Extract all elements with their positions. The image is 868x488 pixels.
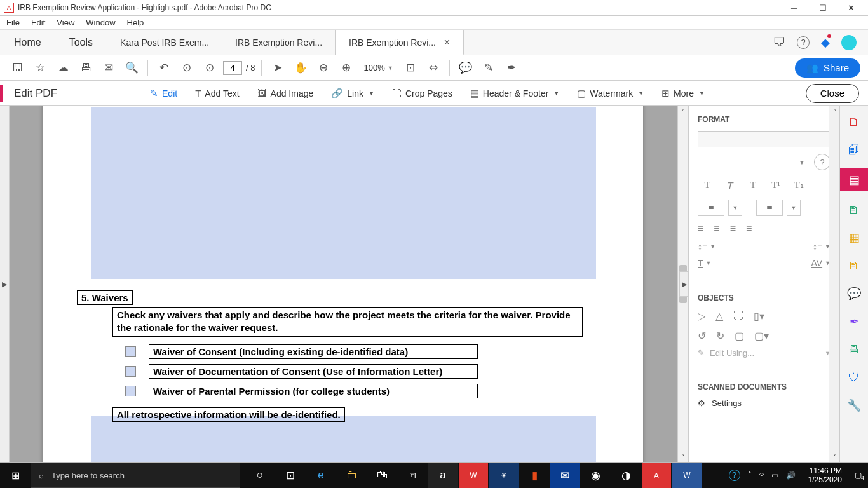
scroll-down-icon[interactable]: ˅ — [678, 451, 689, 462]
create-pdf-icon[interactable]: 🗋 — [844, 112, 864, 132]
doc-tab-1[interactable]: Kara Post IRB Exem... — [107, 30, 222, 55]
zoom-in-icon[interactable]: ⊕ — [337, 58, 356, 78]
highlight-icon[interactable]: ✎ — [479, 58, 498, 78]
office-icon[interactable]: ▮ — [520, 463, 549, 488]
start-button[interactable]: ⊞ — [0, 470, 31, 482]
bold-icon[interactable]: T — [698, 177, 717, 193]
export-pdf-icon[interactable]: 🗎 — [844, 200, 864, 219]
amazon-icon[interactable]: a — [428, 463, 458, 488]
comment-tool-icon[interactable]: 💬 — [844, 284, 864, 303]
add-image-tool[interactable]: 🖼Add Image — [250, 84, 322, 103]
sign-tool-icon[interactable]: ✒ — [844, 312, 864, 331]
edge-icon[interactable]: e — [306, 463, 336, 488]
user-avatar[interactable] — [841, 35, 857, 50]
share-button[interactable]: 👥Share — [795, 58, 860, 78]
number-list-icon[interactable]: ≣ — [756, 200, 783, 216]
character-spacing[interactable]: AV ▼ — [811, 258, 831, 268]
star-icon[interactable]: ☆ — [31, 58, 50, 78]
tab-home[interactable]: Home — [0, 30, 55, 55]
zoom-value[interactable]: 100% — [363, 63, 384, 72]
add-text-tool[interactable]: TAdd Text — [187, 84, 247, 103]
app-generic-icon[interactable]: ◑ — [611, 463, 641, 488]
hand-icon[interactable]: ✋ — [291, 58, 310, 78]
page-down-icon[interactable]: ⊙ — [200, 58, 219, 78]
align-left-icon[interactable]: ≡ — [698, 223, 703, 234]
menu-edit[interactable]: Edit — [31, 18, 45, 27]
paragraph-spacing[interactable]: ↕≡ ▼ — [813, 241, 831, 252]
font-family-select[interactable] — [698, 131, 831, 147]
task-view-icon[interactable]: ⊡ — [276, 463, 305, 488]
scroll-up-icon[interactable]: ˄ — [678, 106, 689, 117]
wifi-icon[interactable]: ⌔ — [759, 471, 764, 480]
store-icon[interactable]: 🛍 — [367, 463, 397, 488]
cloud-upload-icon[interactable]: ☁ — [53, 58, 72, 78]
doc-tab-3[interactable]: IRB Exemption Revi...✕ — [336, 30, 464, 55]
tab-tools[interactable]: Tools — [55, 30, 107, 55]
explorer-icon[interactable]: 🗀 — [337, 463, 366, 488]
pointer-icon[interactable]: ➤ — [268, 58, 287, 78]
save-icon[interactable]: 🖫 — [8, 58, 27, 78]
arrange-icon[interactable]: ▢▾ — [754, 330, 769, 342]
left-panel-handle[interactable]: ▶ — [0, 106, 10, 462]
help-tray-icon[interactable]: ? — [729, 470, 740, 481]
chrome-icon[interactable]: ◉ — [581, 463, 610, 488]
acrobat-icon[interactable]: A — [642, 463, 671, 488]
bullet-list-icon[interactable]: ≣ — [698, 200, 724, 216]
subscript-icon[interactable]: T₁ — [789, 177, 808, 193]
menu-view[interactable]: View — [57, 18, 74, 27]
scan-icon[interactable]: 🖶 — [844, 340, 864, 359]
rotate-right-icon[interactable]: ↻ — [716, 330, 724, 342]
tab-close-icon[interactable]: ✕ — [444, 37, 451, 47]
align-objects-icon[interactable]: ▯▾ — [754, 310, 764, 322]
edit-tool[interactable]: ✎Edit — [142, 84, 185, 103]
combine-files-icon[interactable]: 🗐 — [844, 140, 864, 159]
italic-icon[interactable]: T — [721, 177, 740, 193]
edit-using[interactable]: ✎Edit Using...▼ — [689, 346, 839, 360]
align-right-icon[interactable]: ≡ — [730, 223, 736, 234]
fit-page-icon[interactable]: ⇔ — [424, 58, 443, 78]
tray-chevron-icon[interactable]: ˄ — [748, 471, 752, 480]
edit-pdf-icon[interactable]: ▤ — [840, 168, 869, 191]
page-up-icon[interactable]: ⊙ — [177, 58, 196, 78]
fill-sign-icon[interactable]: 🗎 — [844, 256, 864, 275]
close-editbar-button[interactable]: Close — [806, 84, 859, 103]
more-tool[interactable]: ⊞More▼ — [654, 84, 712, 103]
undo-icon[interactable]: ↶ — [154, 58, 173, 78]
link-tool[interactable]: 🔗Link▼ — [323, 84, 382, 103]
zoom-dropdown-icon[interactable]: ▼ — [388, 65, 393, 71]
comment-icon[interactable]: 💬 — [456, 58, 475, 78]
flip-horizontal-icon[interactable]: ▷ — [698, 310, 705, 322]
bullet-list-dropdown[interactable]: ▼ — [728, 200, 742, 216]
flip-vertical-icon[interactable]: △ — [715, 310, 723, 322]
right-panel-handle[interactable]: ▶ — [679, 271, 689, 297]
font-size-dropdown[interactable]: ▼ — [799, 159, 805, 166]
doc-tab-2[interactable]: IRB Exemption Revi... — [222, 30, 336, 55]
notification-bell-icon[interactable]: ◆ — [821, 36, 830, 50]
align-justify-icon[interactable]: ≡ — [746, 223, 752, 234]
minimize-button[interactable]: ─ — [780, 0, 808, 16]
volume-icon[interactable]: 🔊 — [786, 471, 796, 480]
number-list-dropdown[interactable]: ▼ — [787, 200, 801, 216]
settings-row[interactable]: ⚙Settings — [689, 395, 839, 411]
panel-scrollbar[interactable]: ˄ ˅ — [829, 106, 839, 462]
horizontal-scale[interactable]: T ▼ — [698, 258, 711, 268]
wps-icon[interactable]: W — [459, 463, 488, 488]
align-center-icon[interactable]: ≡ — [714, 223, 719, 234]
superscript-icon[interactable]: T¹ — [766, 177, 785, 193]
header-footer-tool[interactable]: ▤Header & Footer▼ — [463, 84, 567, 103]
rotate-left-icon[interactable]: ↺ — [698, 330, 706, 342]
taskbar-search[interactable]: ⌕ Type here to search — [31, 463, 240, 488]
close-window-button[interactable]: ✕ — [837, 0, 865, 16]
page-number-input[interactable] — [223, 61, 242, 75]
underline-icon[interactable]: T — [743, 177, 763, 193]
dropbox-icon[interactable]: ⧈ — [398, 463, 427, 488]
checkbox-3[interactable] — [125, 386, 136, 396]
search-icon[interactable]: 🔍 — [122, 58, 141, 78]
weather-icon[interactable]: ☀ — [489, 463, 519, 488]
zoom-out-icon[interactable]: ⊖ — [314, 58, 333, 78]
protect-icon[interactable]: 🛡 — [844, 368, 864, 387]
organize-icon[interactable]: ▦ — [844, 228, 864, 247]
chat-icon[interactable]: 🗨 — [773, 35, 785, 50]
watermark-tool[interactable]: ▢Watermark▼ — [569, 84, 651, 103]
crop-object-icon[interactable]: ⛶ — [733, 310, 743, 322]
